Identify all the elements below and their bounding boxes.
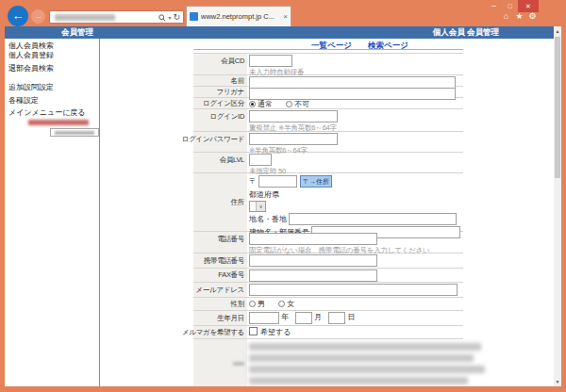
home-icon[interactable]: ⌂ <box>501 11 511 21</box>
scroll-down-icon[interactable]: ▼ <box>554 377 561 386</box>
login-kubun-option-normal[interactable]: 通常 <box>249 100 273 108</box>
form-row-phone: 電話番号 固定電話がない場合、携帯電話の番号を入力してください <box>193 232 463 253</box>
login-password-label: ログインパスワード <box>193 132 247 152</box>
tab-close-icon[interactable]: × <box>283 12 288 21</box>
member-lvl-label: 会員LVL <box>193 153 247 172</box>
search-icon[interactable] <box>158 8 166 25</box>
browser-tab[interactable]: www2.netprompt.jp C... × <box>186 6 291 26</box>
browser-toolbar: ⌂ ★ ⚙ <box>501 11 538 21</box>
mailmagazine-checkbox[interactable]: 希望する <box>249 328 291 336</box>
birth-year-input[interactable] <box>249 312 279 324</box>
fax-label: FAX番号 <box>193 269 247 282</box>
form-row-furigana: フリガナ <box>193 87 463 98</box>
fax-input[interactable] <box>249 270 377 282</box>
radio-icon <box>286 101 292 107</box>
address-label: 住所 <box>193 173 247 231</box>
address-dropdown-icon[interactable]: ▾ <box>168 14 171 21</box>
tab-title: www2.netprompt.jp C... <box>201 12 280 21</box>
form-row-address: 住所 〒 〒→住所 都道府県 ∨ 地名・番地 <box>193 173 463 232</box>
back-arrow-icon: ← <box>12 8 25 23</box>
form-row-redacted <box>193 339 463 386</box>
form-row-login-kubun: ログイン区分 通常 不可 <box>193 98 463 109</box>
email-label: メールアドレス <box>193 283 247 297</box>
birth-month-input[interactable] <box>295 312 312 324</box>
street-input[interactable] <box>289 213 457 225</box>
postal-to-address-button[interactable]: 〒→住所 <box>300 175 332 188</box>
browser-window: ← → ▾ ↻ www2.netprompt.jp C... × ─ □ ✕ ⌂… <box>0 0 566 392</box>
furigana-label: フリガナ <box>193 87 247 97</box>
redacted-label <box>193 339 247 386</box>
app-header: 会員管理 個人会員 会員管理 <box>5 26 554 39</box>
street-label: 地名・番地 <box>249 214 287 224</box>
main-content: 一覧ページ 検索ページ 会員CD 未入力時自動採番 名前 フリガナ <box>100 39 554 386</box>
postal-mark: 〒 <box>249 176 257 187</box>
checkbox-icon <box>249 327 258 335</box>
phone-input[interactable] <box>249 233 377 245</box>
login-id-input[interactable] <box>249 110 338 122</box>
list-page-link[interactable]: 一覧ページ <box>311 41 352 52</box>
gender-option-female[interactable]: 女 <box>278 300 294 308</box>
login-kubun-option-disabled[interactable]: 不可 <box>286 100 309 108</box>
sidebar-header-title: 会員管理 <box>5 26 99 39</box>
select-arrow-icon: ∨ <box>256 202 265 211</box>
form-row-gender: 性別 男 女 <box>193 298 463 311</box>
month-unit: 月 <box>314 313 322 321</box>
divider <box>193 49 463 50</box>
login-id-label: ログインID <box>193 109 247 131</box>
form-row-member-lvl: 会員LVL 未指定時 50 <box>193 153 463 173</box>
redacted-content <box>249 343 456 384</box>
version-box-redacted <box>50 128 99 137</box>
sidebar-item-settings[interactable]: 各種設定 <box>5 96 99 106</box>
scroll-up-icon[interactable]: ▲ <box>554 26 561 36</box>
form-row-login-id: ログインID 重複禁止 ※半角英数6～64字 <box>193 109 463 132</box>
login-kubun-label: ログイン区分 <box>193 98 247 108</box>
mailmagazine-label: メルマガを希望する <box>193 326 247 338</box>
prefecture-select[interactable]: ∨ <box>249 201 266 212</box>
sidebar-item-extra-questions[interactable]: 追加設問設定 <box>5 83 99 92</box>
address-bar[interactable]: ▾ ↻ <box>49 10 184 24</box>
back-button[interactable]: ← <box>8 6 28 26</box>
form-row-fax: FAX番号 <box>193 269 463 283</box>
refresh-icon[interactable]: ↻ <box>173 13 180 22</box>
mobile-label: 携帯電話番号 <box>193 253 247 268</box>
page-content: 会員管理 個人会員 会員管理 個人会員検索 個人会員登録 退部会員検索 追加設問… <box>5 26 554 386</box>
sidebar: 個人会員検索 個人会員登録 退部会員検索 追加設問設定 各種設定 メインメニュー… <box>5 39 100 386</box>
form-row-email: メールアドレス <box>193 283 463 298</box>
minimize-button[interactable]: ─ <box>486 0 502 12</box>
url-text-redacted <box>55 14 115 21</box>
birthday-label: 生年月日 <box>193 311 247 325</box>
sidebar-item-withdrawn-search[interactable]: 退部会員検索 <box>5 64 99 74</box>
form-row-login-password: ログインパスワード ※半角英数6～64字 <box>193 132 463 153</box>
name-label: 名前 <box>193 75 247 86</box>
search-page-link[interactable]: 検索ページ <box>368 41 408 52</box>
birth-day-input[interactable] <box>328 312 345 324</box>
form-row-member-cd: 会員CD 未入力時自動採番 <box>193 54 463 75</box>
member-cd-label: 会員CD <box>193 54 247 74</box>
sidebar-item-member-search[interactable]: 個人会員検索 <box>5 41 99 51</box>
postal-code-input[interactable] <box>258 175 297 188</box>
form-row-name: 名前 <box>193 75 463 87</box>
mobile-input[interactable] <box>249 254 377 267</box>
gender-option-male[interactable]: 男 <box>249 300 265 308</box>
member-cd-input[interactable] <box>249 55 292 67</box>
sidebar-item-member-register[interactable]: 個人会員登録 <box>5 51 99 60</box>
form-row-mobile: 携帯電話番号 <box>193 253 463 269</box>
login-password-input[interactable] <box>249 133 338 145</box>
year-unit: 年 <box>281 313 289 321</box>
member-lvl-input[interactable] <box>249 154 272 166</box>
forward-arrow-icon: → <box>34 11 42 21</box>
sidebar-item-main-menu[interactable]: メインメニューに戻る <box>5 108 99 118</box>
phone-label: 電話番号 <box>193 232 247 253</box>
email-input[interactable] <box>249 284 458 296</box>
page-scrollbar[interactable]: ▲ ▼ <box>554 26 561 386</box>
prefecture-label: 都道府県 <box>249 189 463 200</box>
vendor-logo-redacted <box>28 120 89 125</box>
favorites-star-icon[interactable]: ★ <box>514 11 524 21</box>
forward-button[interactable]: → <box>31 9 45 24</box>
day-unit: 日 <box>347 313 355 321</box>
member-form: 会員CD 未入力時自動採番 名前 フリガナ ログイン区分 <box>193 53 463 386</box>
form-row-mailmagazine: メルマガを希望する 希望する <box>193 326 463 339</box>
settings-gear-icon[interactable]: ⚙ <box>527 11 538 21</box>
scrollbar-thumb[interactable] <box>555 37 560 178</box>
radio-icon <box>249 301 256 307</box>
